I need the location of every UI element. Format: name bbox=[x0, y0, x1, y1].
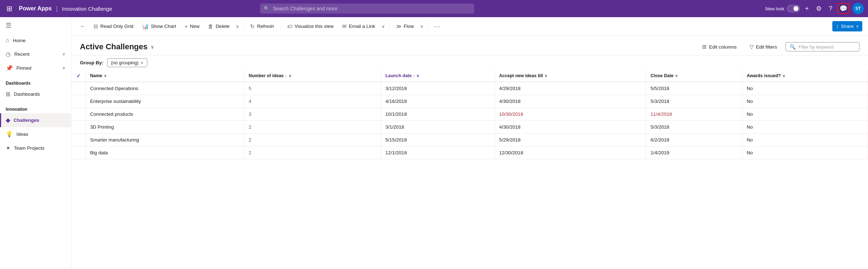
row-num-ideas-cell: 3 bbox=[244, 108, 381, 121]
sidebar-item-dashboards[interactable]: ⊞ Dashboards bbox=[0, 87, 71, 101]
waffle-icon[interactable]: ⊞ bbox=[4, 3, 15, 14]
edit-columns-icon: ⊞ bbox=[702, 44, 707, 50]
col-header-launch-date[interactable]: Launch date ↑ ∨ bbox=[381, 70, 495, 82]
sidebar-item-challenges[interactable]: ◈ Challenges bbox=[0, 113, 71, 127]
col-header-check[interactable]: ✓ bbox=[71, 70, 86, 82]
sidebar-item-ideas[interactable]: 💡 Ideas bbox=[0, 127, 71, 141]
table-row: 3D Printing23/1/20184/30/20185/3/2018No bbox=[71, 121, 868, 134]
sidebar-item-label: Recent bbox=[14, 51, 30, 57]
row-num-ideas-cell: 2 bbox=[244, 134, 381, 146]
view-title: Active Challenges bbox=[80, 42, 148, 51]
edit-filters-label: Edit filters bbox=[756, 44, 777, 50]
home-icon: ⌂ bbox=[6, 37, 9, 44]
sidebar-item-recent[interactable]: ◷ Recent ∨ bbox=[0, 47, 71, 61]
read-only-grid-icon: ⊟ bbox=[93, 23, 98, 30]
edit-filters-button[interactable]: ▽ Edit filters bbox=[745, 41, 781, 52]
table-row: Connected Operations53/12/20184/29/20185… bbox=[71, 82, 868, 95]
sidebar-toggle[interactable]: ☰ bbox=[0, 17, 71, 34]
table-row: Big data212/1/201812/30/20181/4/2019No bbox=[71, 146, 868, 159]
flow-button[interactable]: ≫ Flow bbox=[392, 21, 418, 32]
row-awards-cell: No bbox=[742, 121, 868, 134]
table-row: Connected products310/1/201810/30/201811… bbox=[71, 108, 868, 121]
col-header-name[interactable]: Name ∨ bbox=[86, 70, 244, 82]
share-button[interactable]: ↑ Share ∨ bbox=[832, 21, 862, 31]
help-icon[interactable]: ? bbox=[827, 4, 834, 14]
row-check-cell[interactable] bbox=[71, 82, 86, 95]
col-header-num-ideas[interactable]: Number of ideas ↓ ∨ bbox=[244, 70, 381, 82]
read-only-grid-button[interactable]: ⊟ Read Only Grid bbox=[90, 21, 137, 32]
new-icon: + bbox=[185, 23, 188, 29]
row-name-cell[interactable]: Smarter manufacturing bbox=[86, 134, 244, 146]
show-chart-icon: 📊 bbox=[142, 23, 149, 30]
visualize-button[interactable]: 🏷 Visualize this view bbox=[284, 21, 337, 31]
toolbar: ← ⊟ Read Only Grid 📊 Show Chart + New 🗑 … bbox=[71, 17, 868, 36]
row-close-date-cell: 5/3/2018 bbox=[646, 95, 742, 108]
row-name-cell[interactable]: 3D Printing bbox=[86, 121, 244, 134]
avatar[interactable]: ST bbox=[852, 3, 864, 14]
refresh-button[interactable]: ↻ Refresh bbox=[247, 21, 277, 32]
row-check-cell[interactable] bbox=[71, 134, 86, 146]
sidebar-item-team-projects[interactable]: ✦ Team Projects bbox=[0, 141, 71, 155]
app-name: Innovation Challenge bbox=[62, 6, 112, 12]
share-icon: ↑ bbox=[836, 23, 839, 29]
row-check-cell[interactable] bbox=[71, 95, 86, 108]
refresh-icon: ↻ bbox=[250, 23, 255, 30]
col-header-close-date[interactable]: Close Date ∨ bbox=[646, 70, 742, 82]
delete-chevron[interactable]: ∨ bbox=[234, 22, 240, 31]
sidebar-item-pinned[interactable]: 📌 Pinned ∨ bbox=[0, 61, 71, 75]
row-launch-date-cell: 3/12/2018 bbox=[381, 82, 495, 95]
new-look-toggle[interactable] bbox=[787, 5, 800, 12]
email-icon: ✉ bbox=[342, 23, 347, 30]
group-by-select[interactable]: (no grouping) ∨ bbox=[107, 58, 147, 67]
filter-keyword-box: 🔍 bbox=[786, 42, 859, 51]
ideas-icon: 💡 bbox=[6, 131, 13, 138]
row-accept-till-cell: 5/29/2018 bbox=[495, 134, 646, 146]
row-check-cell[interactable] bbox=[71, 146, 86, 159]
row-check-cell[interactable] bbox=[71, 108, 86, 121]
pinned-chevron: ∨ bbox=[62, 66, 65, 70]
dashboards-section-label: Dashboards bbox=[0, 75, 71, 87]
delete-label: Delete bbox=[215, 24, 229, 29]
col-header-accept-till[interactable]: Accept new ideas till ∨ bbox=[495, 70, 646, 82]
settings-icon[interactable]: ⚙ bbox=[814, 3, 824, 14]
check-icon: ✓ bbox=[76, 73, 81, 79]
edit-columns-button[interactable]: ⊞ Edit columns bbox=[698, 41, 741, 52]
chat-icon[interactable]: 💬 bbox=[837, 3, 849, 14]
sidebar-item-home[interactable]: ⌂ Home bbox=[0, 34, 71, 47]
num-ideas-sort-icon: ↓ bbox=[285, 74, 287, 78]
row-name-cell[interactable]: Big data bbox=[86, 146, 244, 159]
view-header: Active Challenges ∨ ⊞ Edit columns ▽ Edi… bbox=[71, 36, 868, 55]
col-awards-label: Awards issued? bbox=[747, 73, 781, 78]
row-name-cell[interactable]: Enterprise sustainability bbox=[86, 95, 244, 108]
filter-keyword-input[interactable] bbox=[798, 44, 856, 50]
back-button[interactable]: ← bbox=[77, 21, 88, 32]
flow-chevron[interactable]: ∨ bbox=[419, 22, 425, 31]
email-label: Email a Link bbox=[349, 24, 375, 29]
col-header-awards[interactable]: Awards issued? ∨ bbox=[742, 70, 868, 82]
flow-icon: ≫ bbox=[396, 23, 402, 30]
plus-icon[interactable]: + bbox=[803, 4, 811, 14]
more-options-button[interactable]: ⋯ bbox=[431, 20, 443, 33]
email-link-button[interactable]: ✉ Email a Link bbox=[339, 21, 379, 32]
new-button[interactable]: + New bbox=[181, 21, 203, 31]
toolbar-separator-4 bbox=[428, 22, 428, 31]
show-chart-button[interactable]: 📊 Show Chart bbox=[138, 21, 180, 32]
row-close-date-cell: 11/4/2018 bbox=[646, 108, 742, 121]
row-awards-cell: No bbox=[742, 95, 868, 108]
view-title-chevron[interactable]: ∨ bbox=[151, 44, 154, 50]
share-label: Share bbox=[841, 24, 854, 29]
top-navigation: ⊞ Power Apps | Innovation Challenge 🔍 Ne… bbox=[0, 0, 868, 17]
col-launch-date-label: Launch date bbox=[385, 73, 412, 78]
grid-header: ✓ Name ∨ Number of ideas ↓ bbox=[71, 70, 868, 82]
row-name-cell[interactable]: Connected products bbox=[86, 108, 244, 121]
main-layout: ☰ ⌂ Home ◷ Recent ∨ 📌 Pinned ∨ Dashboard… bbox=[0, 17, 868, 269]
col-name-label: Name bbox=[90, 73, 102, 78]
email-chevron[interactable]: ∨ bbox=[380, 22, 386, 31]
row-check-cell[interactable] bbox=[71, 121, 86, 134]
search-input[interactable] bbox=[260, 4, 474, 14]
row-name-cell[interactable]: Connected Operations bbox=[86, 82, 244, 95]
row-awards-cell: No bbox=[742, 108, 868, 121]
group-by-bar: Group By: (no grouping) ∨ bbox=[71, 55, 868, 70]
brand-name: Power Apps bbox=[19, 5, 52, 12]
delete-button[interactable]: 🗑 Delete bbox=[204, 21, 233, 31]
